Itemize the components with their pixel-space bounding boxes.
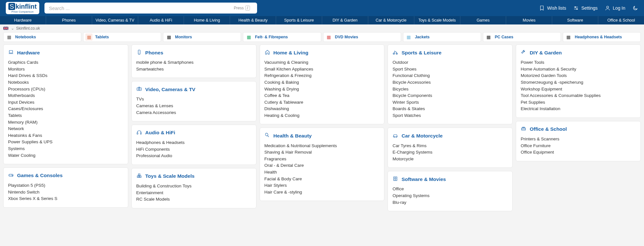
category-link[interactable]: Tool Accessories & Consumable Supplies	[521, 92, 636, 99]
quick-link[interactable]: ▦Headphones & Headsets	[563, 32, 641, 42]
category-link[interactable]: Small Kitchen Appliances	[264, 66, 380, 73]
nav-item[interactable]: Office & School	[598, 16, 644, 24]
category-link[interactable]: Medication & Nutritional Supplements	[264, 142, 380, 149]
card-title[interactable]: Games & Consoles	[17, 173, 62, 178]
category-link[interactable]: Hair Stylers	[264, 182, 380, 189]
quick-link[interactable]: ▦Monitors	[163, 32, 241, 42]
category-link[interactable]: Electrical Installation	[521, 106, 636, 112]
card-title[interactable]: DIY & Garden	[530, 50, 562, 56]
nav-item[interactable]: DIY & Garden	[322, 16, 368, 24]
wish-lists-link[interactable]: Wish lists	[539, 5, 566, 11]
category-link[interactable]: Sport Watches	[392, 112, 508, 119]
category-link[interactable]: Notebooks	[8, 79, 123, 86]
nav-item[interactable]: Software	[552, 16, 598, 24]
category-link[interactable]: Tablets	[8, 112, 123, 119]
category-link[interactable]: Smartwatches	[136, 66, 252, 73]
category-link[interactable]: Refrigeration & Freezing	[264, 72, 380, 79]
category-link[interactable]: Facial & Body Care	[264, 175, 380, 182]
card-title[interactable]: Health & Beauty	[274, 133, 312, 139]
nav-item[interactable]: Health & Beauty	[230, 16, 276, 24]
nav-item[interactable]: Toys & Scale Models	[414, 16, 460, 24]
nav-item[interactable]: Sports & Leisure	[276, 16, 322, 24]
category-link[interactable]: Blu-ray	[392, 199, 508, 206]
nav-item[interactable]: Hardware	[0, 16, 46, 24]
category-link[interactable]: Heatsinks & Fans	[8, 132, 123, 139]
category-link[interactable]: Building & Construction Toys	[136, 183, 252, 190]
category-link[interactable]: Coffee & Tea	[264, 92, 380, 99]
category-link[interactable]: Outdoor	[392, 59, 508, 66]
category-link[interactable]: Cases/Enclosures	[8, 106, 123, 112]
category-link[interactable]: Cooking & Baking	[264, 79, 380, 86]
login-link[interactable]: Log In	[605, 5, 625, 11]
card-title[interactable]: Office & School	[530, 126, 567, 132]
category-link[interactable]: Boards & Skates	[392, 106, 508, 112]
category-link[interactable]: Nintendo Switch	[8, 189, 123, 196]
category-link[interactable]: Hard Drives & SSDs	[8, 72, 123, 79]
search-button[interactable]	[252, 5, 255, 12]
nav-item[interactable]: Car & Motorcycle	[368, 16, 414, 24]
category-link[interactable]: Washing & Drying	[264, 86, 380, 92]
category-link[interactable]: E-Charging Systems	[392, 149, 508, 156]
quick-link[interactable]: ▦Felt- & Fibrepens	[243, 32, 321, 42]
card-title[interactable]: Home & Living	[274, 50, 309, 56]
nav-item[interactable]: Video, Cameras & TV	[92, 16, 138, 24]
category-link[interactable]: Operating Systems	[392, 193, 508, 199]
category-link[interactable]: Office Equipment	[521, 149, 636, 156]
category-link[interactable]: Monitors	[8, 66, 123, 73]
quick-link[interactable]: ▦Jackets	[403, 32, 481, 42]
category-link[interactable]: Printers & Scanners	[521, 136, 636, 143]
settings-link[interactable]: Settings	[573, 5, 598, 11]
nav-item[interactable]: Games	[460, 16, 506, 24]
category-link[interactable]: Cutlery & Tableware	[264, 99, 380, 106]
category-link[interactable]: Functional Clothing	[392, 72, 508, 79]
category-link[interactable]: Stromerzeugung & -speicherung	[521, 79, 636, 86]
card-title[interactable]: Car & Motorcycle	[401, 133, 442, 139]
category-link[interactable]: HiFi Components	[136, 146, 252, 153]
category-link[interactable]: Input Devices	[8, 99, 123, 106]
theme-toggle[interactable]	[632, 5, 638, 11]
category-link[interactable]: Car Tyres & Rims	[392, 142, 508, 149]
category-link[interactable]: Entertainment	[136, 189, 252, 196]
category-link[interactable]: Dishwashing	[264, 106, 380, 112]
category-link[interactable]: Power Tools	[521, 59, 636, 66]
category-link[interactable]: Bicycle Components	[392, 92, 508, 99]
flag-icon[interactable]	[3, 27, 8, 30]
category-link[interactable]: RC Scale Models	[136, 196, 252, 203]
category-link[interactable]: Heating & Cooling	[264, 112, 380, 119]
category-link[interactable]: Camera Accessories	[136, 109, 252, 116]
category-link[interactable]: Health	[264, 169, 380, 176]
category-link[interactable]: Xbox Series X & Series S	[8, 195, 123, 202]
category-link[interactable]: Winter Sports	[392, 99, 508, 106]
category-link[interactable]: Sport Shoes	[392, 66, 508, 73]
category-link[interactable]: Water Cooling	[8, 152, 123, 159]
category-link[interactable]: Processors (CPUs)	[8, 86, 123, 92]
nav-item[interactable]: Audio & HiFi	[138, 16, 184, 24]
nav-item[interactable]: Movies	[506, 16, 552, 24]
category-link[interactable]: Pet Supplies	[521, 99, 636, 106]
category-link[interactable]: Playstation 5 (PS5)	[8, 182, 123, 189]
category-link[interactable]: Workshop Equipment	[521, 86, 636, 92]
quick-link[interactable]: ▦Notebooks	[3, 32, 81, 42]
category-link[interactable]: Motorized Garden Tools	[521, 72, 636, 79]
card-title[interactable]: Sports & Leisure	[401, 50, 441, 56]
quick-link[interactable]: ▦Tablets	[83, 32, 161, 42]
search-input[interactable]	[49, 5, 234, 11]
quick-link[interactable]: ▦DVD Movies	[323, 32, 401, 42]
nav-item[interactable]: Phones	[46, 16, 92, 24]
category-link[interactable]: Oral - & Dental Care	[264, 162, 380, 169]
category-link[interactable]: Headphones & Headsets	[136, 139, 252, 146]
category-link[interactable]: Bicycles	[392, 86, 508, 92]
category-link[interactable]: mobile phone & Smartphones	[136, 59, 252, 66]
category-link[interactable]: Motherboards	[8, 92, 123, 99]
category-link[interactable]: Vacuuming & Cleaning	[264, 59, 380, 66]
logo[interactable]: Skinflint Price Comparison	[6, 2, 39, 14]
category-link[interactable]: Cameras & Lenses	[136, 103, 252, 109]
category-link[interactable]: Bicycle Accessories	[392, 79, 508, 86]
card-title[interactable]: Hardware	[17, 50, 40, 56]
category-link[interactable]: Shaving & Hair Removal	[264, 149, 380, 156]
card-title[interactable]: Toys & Scale Models	[145, 173, 195, 179]
category-link[interactable]: Office Furniture	[521, 142, 636, 149]
nav-item[interactable]: Home & Living	[184, 16, 230, 24]
category-link[interactable]: Home Automation & Security	[521, 66, 636, 73]
category-link[interactable]: Hair Care & -styling	[264, 189, 380, 196]
